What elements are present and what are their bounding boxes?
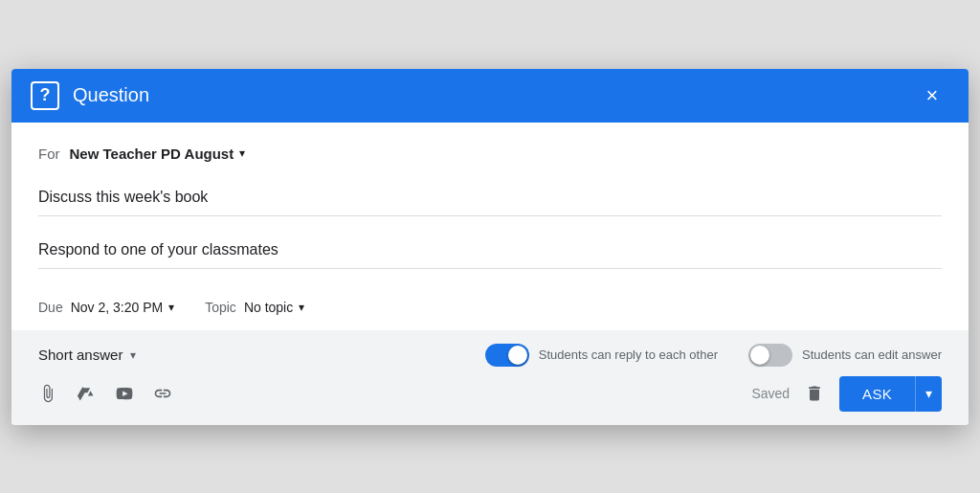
ask-button-group: ASK ▾ [839, 376, 942, 412]
paperclip-svg [38, 384, 57, 403]
reply-toggle[interactable] [485, 344, 529, 367]
dialog-footer: Short answer ▾ Students can reply to eac… [11, 330, 969, 425]
youtube-svg [115, 384, 134, 403]
delete-button[interactable] [805, 384, 824, 403]
class-dropdown[interactable]: New Teacher PD August ▾ [70, 146, 246, 162]
meta-row: Due Nov 2, 3:20 PM ▾ Topic No topic ▾ [38, 286, 942, 323]
question-input[interactable] [38, 181, 942, 216]
topic-value: No topic [244, 300, 293, 315]
topic-chevron-icon: ▾ [299, 301, 304, 314]
class-dropdown-chevron-icon: ▾ [239, 146, 245, 160]
short-answer-chevron-icon: ▾ [130, 348, 136, 362]
question-dialog: ? Question × For New Teacher PD August ▾ [11, 69, 969, 425]
topic-dropdown[interactable]: No topic ▾ [244, 300, 304, 315]
footer-actions: Saved ASK ▾ [751, 376, 942, 412]
due-item: Due Nov 2, 3:20 PM ▾ [38, 300, 174, 315]
edit-toggle[interactable] [748, 344, 792, 367]
answer-type-dropdown[interactable]: Short answer ▾ [38, 347, 136, 363]
drive-icon[interactable] [77, 384, 96, 403]
trash-icon [805, 384, 824, 403]
footer-top-row: Short answer ▾ Students can reply to eac… [38, 344, 942, 367]
dialog-body: For New Teacher PD August ▾ Due Nov 2, 3… [11, 123, 969, 330]
ask-dropdown-button[interactable]: ▾ [915, 376, 942, 412]
topic-label: Topic [205, 300, 236, 315]
close-button[interactable]: × [915, 78, 949, 113]
dialog-title: Question [73, 84, 149, 106]
ask-button[interactable]: ASK [839, 376, 915, 412]
attachment-icons [38, 384, 172, 403]
question-icon: ? [31, 81, 59, 110]
reply-toggle-label: Students can reply to each other [539, 347, 718, 362]
link-icon[interactable] [153, 384, 172, 403]
saved-status: Saved [751, 386, 790, 401]
footer-bottom-row: Saved ASK ▾ [38, 376, 942, 412]
reply-toggle-item: Students can reply to each other [485, 344, 718, 367]
edit-toggle-label: Students can edit answer [802, 347, 942, 362]
link-svg [153, 384, 172, 403]
due-value: Nov 2, 3:20 PM [71, 300, 164, 315]
topic-item: Topic No topic ▾ [205, 300, 304, 315]
header-left: ? Question [31, 81, 149, 110]
youtube-icon[interactable] [115, 384, 134, 403]
due-chevron-icon: ▾ [168, 301, 174, 314]
class-name: New Teacher PD August [70, 146, 234, 162]
drive-svg [77, 384, 96, 403]
details-field-wrapper [38, 234, 942, 273]
for-row: For New Teacher PD August ▾ [38, 146, 942, 162]
edit-toggle-item: Students can edit answer [748, 344, 942, 367]
due-label: Due [38, 300, 63, 315]
toggles-area: Students can reply to each other Student… [485, 344, 942, 367]
details-input[interactable] [38, 234, 942, 269]
ask-caret-icon: ▾ [925, 386, 932, 401]
question-field-wrapper [38, 181, 942, 220]
attach-file-icon[interactable] [38, 384, 57, 403]
for-label: For [38, 146, 60, 162]
dialog-header: ? Question × [11, 69, 969, 123]
due-dropdown[interactable]: Nov 2, 3:20 PM ▾ [71, 300, 175, 315]
short-answer-label: Short answer [38, 347, 122, 363]
